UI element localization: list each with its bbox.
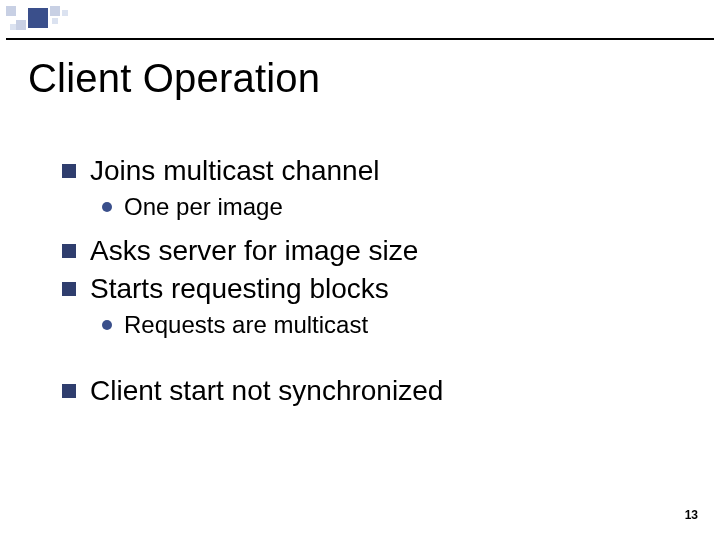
bullet-text: Requests are multicast [124,310,368,340]
square-bullet-icon [62,282,76,296]
bullet-text: Client start not synchronized [90,374,443,408]
bullet-level2: Requests are multicast [102,310,680,340]
bullet-text: Asks server for image size [90,234,418,268]
bullet-text: Starts requesting blocks [90,272,389,306]
page-number: 13 [685,508,698,522]
bullet-level1: Client start not synchronized [62,374,680,408]
bullet-level1: Starts requesting blocks [62,272,680,306]
slide-title: Client Operation [28,56,320,101]
square-bullet-icon [62,384,76,398]
dot-bullet-icon [102,320,112,330]
bullet-level2: One per image [102,192,680,222]
dot-bullet-icon [102,202,112,212]
horizontal-rule [6,38,714,40]
square-bullet-icon [62,244,76,258]
corner-decoration [6,6,116,34]
bullet-text: One per image [124,192,283,222]
slide: Client Operation Joins multicast channel… [0,0,720,540]
bullet-level1: Asks server for image size [62,234,680,268]
bullet-text: Joins multicast channel [90,154,379,188]
slide-body: Joins multicast channel One per image As… [62,150,680,412]
square-bullet-icon [62,164,76,178]
bullet-level1: Joins multicast channel [62,154,680,188]
